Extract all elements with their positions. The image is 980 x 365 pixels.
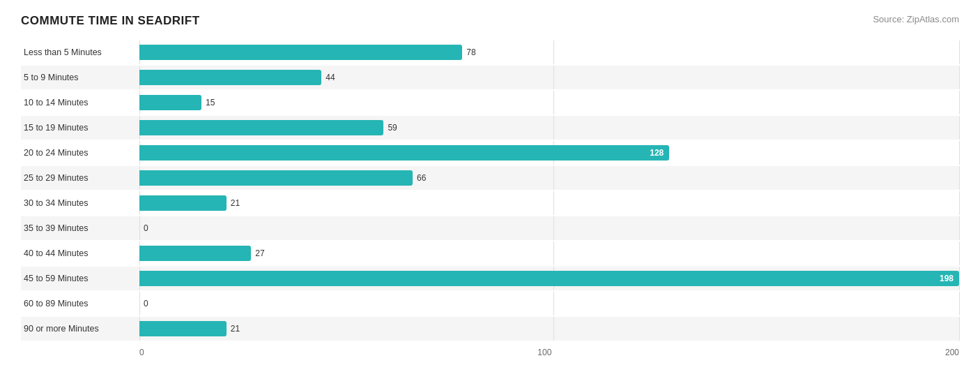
bar-container: 15 bbox=[139, 91, 959, 114]
bar-value: 15 bbox=[206, 98, 215, 107]
bar-row: 30 to 34 Minutes21 bbox=[21, 191, 959, 215]
bar-container: 66 bbox=[139, 166, 959, 190]
bar-value: 198 bbox=[940, 274, 954, 283]
bar-container: 44 bbox=[139, 66, 959, 89]
source-text: Source: ZipAtlas.com bbox=[873, 14, 959, 24]
bar-container: 128 bbox=[139, 141, 959, 165]
bars-wrapper: Less than 5 Minutes785 to 9 Minutes4410 … bbox=[21, 40, 959, 341]
bar-fill bbox=[139, 195, 227, 211]
bar-fill bbox=[139, 321, 227, 336]
bar-container: 27 bbox=[139, 241, 959, 265]
bar-label: 15 to 19 Minutes bbox=[21, 123, 139, 133]
bar-value: 66 bbox=[417, 173, 426, 183]
bar-fill: 198 bbox=[139, 271, 959, 286]
bar-label: 90 or more Minutes bbox=[21, 324, 139, 334]
bar-container: 0 bbox=[139, 292, 959, 315]
bar-value: 59 bbox=[388, 123, 397, 133]
bar-row: 40 to 44 Minutes27 bbox=[21, 241, 959, 265]
bar-value: 21 bbox=[231, 198, 240, 208]
bar-container: 198 bbox=[139, 267, 959, 290]
bar-fill bbox=[139, 45, 462, 60]
axis-labels: 0100200 bbox=[139, 345, 959, 357]
bar-fill bbox=[139, 120, 383, 135]
bar-row: 35 to 39 Minutes0 bbox=[21, 216, 959, 240]
bar-row: 10 to 14 Minutes15 bbox=[21, 91, 959, 114]
bar-fill: 128 bbox=[139, 145, 669, 161]
axis-row: 0100200 bbox=[21, 345, 959, 357]
axis-label: 0 bbox=[139, 348, 144, 357]
bar-row: Less than 5 Minutes78 bbox=[21, 40, 959, 64]
bar-label: 45 to 59 Minutes bbox=[21, 274, 139, 283]
bar-container: 21 bbox=[139, 191, 959, 215]
bar-fill bbox=[139, 95, 201, 110]
bar-container: 59 bbox=[139, 116, 959, 140]
axis-label: 200 bbox=[945, 348, 959, 357]
bar-row: 5 to 9 Minutes44 bbox=[21, 66, 959, 89]
bar-value: 0 bbox=[144, 299, 148, 308]
bar-fill bbox=[139, 170, 413, 186]
bar-label: 35 to 39 Minutes bbox=[21, 223, 139, 233]
bar-value: 27 bbox=[255, 248, 264, 258]
bar-row: 15 to 19 Minutes59 bbox=[21, 116, 959, 140]
bar-label: 40 to 44 Minutes bbox=[21, 248, 139, 258]
bar-row: 45 to 59 Minutes198 bbox=[21, 267, 959, 290]
chart-area: Less than 5 Minutes785 to 9 Minutes4410 … bbox=[21, 40, 959, 357]
bar-label: 5 to 9 Minutes bbox=[21, 73, 139, 82]
bar-value: 128 bbox=[650, 148, 664, 158]
bar-value: 78 bbox=[466, 47, 475, 57]
bar-label: 25 to 29 Minutes bbox=[21, 173, 139, 183]
bar-label: 20 to 24 Minutes bbox=[21, 148, 139, 158]
bar-row: 25 to 29 Minutes66 bbox=[21, 166, 959, 190]
bar-container: 78 bbox=[139, 40, 959, 64]
axis-label: 100 bbox=[537, 348, 551, 357]
bar-label: 30 to 34 Minutes bbox=[21, 198, 139, 208]
bar-container: 21 bbox=[139, 317, 959, 341]
chart-title: COMMUTE TIME IN SEADRIFT bbox=[21, 14, 200, 28]
bar-value: 44 bbox=[326, 73, 335, 82]
bar-row: 60 to 89 Minutes0 bbox=[21, 292, 959, 315]
bar-row: 20 to 24 Minutes128 bbox=[21, 141, 959, 165]
bar-label: 10 to 14 Minutes bbox=[21, 98, 139, 107]
bar-value: 21 bbox=[231, 324, 240, 334]
bar-value: 0 bbox=[144, 223, 148, 233]
bar-label: 60 to 89 Minutes bbox=[21, 299, 139, 308]
bar-row: 90 or more Minutes21 bbox=[21, 317, 959, 341]
bar-fill bbox=[139, 70, 321, 85]
bar-container: 0 bbox=[139, 216, 959, 240]
bar-label: Less than 5 Minutes bbox=[21, 47, 139, 57]
bar-fill bbox=[139, 246, 251, 261]
